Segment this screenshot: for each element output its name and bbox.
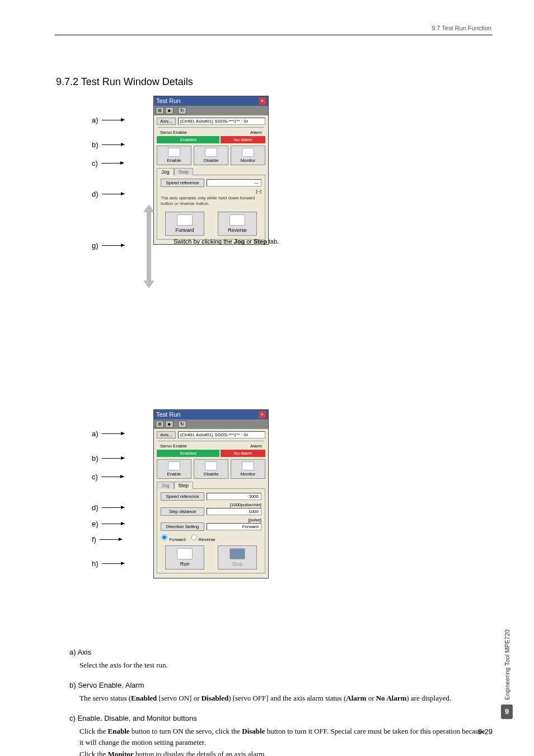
callout-g: g) <box>92 241 124 250</box>
radio-reverse[interactable]: Reverse <box>190 534 216 542</box>
disable-button[interactable]: Disable <box>194 146 228 165</box>
window-toolbar-2: ⊞ ■ ↻ <box>154 419 268 429</box>
speed-ref-unit: [--] <box>161 189 261 194</box>
toolbar-btn-1b[interactable]: ⊞ <box>156 421 164 428</box>
toolbar-btn-3b[interactable]: ↻ <box>178 421 186 428</box>
page-number: 9-29 <box>478 727 493 736</box>
speed-ref-value[interactable]: --- <box>207 179 261 186</box>
callout-e: e) <box>92 520 124 528</box>
window-title-2: Test Run <box>156 411 180 418</box>
direction-setting-value: Forward <box>207 523 261 530</box>
figure-step: a) b) c) d) e) f) h) Test Run × ⊞ ■ ↻ Ax… <box>92 409 493 633</box>
callout-a: a) <box>92 116 124 124</box>
switch-caption: Switch by clicking the Jog or Step tab. <box>174 238 279 245</box>
servo-enable-label-2: Servo Enable <box>160 444 187 449</box>
side-running-title: Engineering Tool MPE720 <box>504 629 510 700</box>
enable-icon-2 <box>168 461 180 470</box>
figure-switch-arrow: Switch by clicking the Jog or Step tab. <box>123 204 291 311</box>
servo-status-2: Enabled <box>157 450 219 457</box>
descriptions: a) Axis Select the axis for the test run… <box>69 648 487 756</box>
header-rule <box>55 35 493 35</box>
monitor-icon <box>242 148 254 157</box>
callout-d: d) <box>92 190 124 198</box>
alarm-status-2: No Alarm <box>221 450 265 457</box>
enable-button[interactable]: Enable <box>157 146 191 165</box>
desc-a-text: Select the axis for the test run. <box>79 660 487 671</box>
enable-icon <box>168 148 180 157</box>
speed-ref-unit-2: [1000pulse/min] <box>161 502 261 507</box>
monitor-icon-2 <box>242 461 254 470</box>
step-distance-unit: [pulse] <box>161 517 261 522</box>
toolbar-btn-2[interactable]: ■ <box>165 107 174 114</box>
stop-button[interactable]: Stop <box>218 545 257 570</box>
monitor-button-2[interactable]: Monitor <box>231 459 265 479</box>
window-titlebar-2: Test Run × <box>154 410 268 419</box>
callout-c: c) <box>92 159 124 167</box>
running-header: 9.7 Test Run Function <box>432 25 491 31</box>
radio-forward[interactable]: Forward <box>161 534 186 542</box>
callout-a2: a) <box>92 430 124 438</box>
axis-button[interactable]: Axis... <box>157 118 176 125</box>
callout-b: b) <box>92 141 124 149</box>
speed-ref-button-2[interactable]: Speed reference <box>161 492 204 501</box>
tab-jog-2[interactable]: Jog <box>157 482 174 489</box>
callout-h: h) <box>92 559 124 568</box>
callout-c2: c) <box>92 473 124 481</box>
tab-jog[interactable]: Jog <box>157 168 174 175</box>
close-icon-2[interactable]: × <box>259 411 266 418</box>
run-icon <box>177 548 193 559</box>
step-distance-button[interactable]: Step distance <box>161 507 204 516</box>
desc-a-heading: a) Axis <box>69 648 487 656</box>
desc-c-heading: c) Enable, Disable, and Monitor buttons <box>69 714 487 722</box>
desc-b-text: The servo status (Enabled [servo ON] or … <box>79 693 487 704</box>
disable-button-2[interactable]: Disable <box>194 459 228 479</box>
double-arrow-icon <box>146 204 152 288</box>
toolbar-btn-1[interactable]: ⊞ <box>156 107 164 114</box>
alarm-label: Alarm <box>250 130 262 135</box>
window-toolbar: ⊞ ■ ↻ <box>154 106 268 115</box>
close-icon[interactable]: × <box>259 97 266 105</box>
stop-icon <box>229 548 245 559</box>
window-titlebar: Test Run × <box>154 96 268 106</box>
callout-b2: b) <box>92 454 124 463</box>
toolbar-btn-3[interactable]: ↻ <box>178 107 186 114</box>
disable-icon <box>205 148 217 157</box>
speed-ref-value-2[interactable]: 3000 <box>207 493 261 500</box>
testrun-window-step: Test Run × ⊞ ■ ↻ Axis... (Cir#01 Axis#01… <box>153 409 269 578</box>
desc-b-heading: b) Servo Enable, Alarm <box>69 681 487 689</box>
axis-field[interactable]: (Cir#01 Axis#01) SGDS-***1** : Sr <box>178 118 265 125</box>
direction-setting-button[interactable]: Direction Setting <box>161 522 204 531</box>
monitor-button[interactable]: Monitor <box>231 146 265 165</box>
tab-step-2[interactable]: Step <box>174 482 194 489</box>
servo-status: Enabled <box>157 136 219 143</box>
alarm-status: No Alarm <box>221 136 265 143</box>
servo-enable-label: Servo Enable <box>160 130 187 135</box>
chapter-badge: 9 <box>501 704 513 719</box>
window-title: Test Run <box>156 97 180 105</box>
tab-step[interactable]: Step <box>174 168 194 175</box>
toolbar-btn-2b[interactable]: ■ <box>165 421 174 428</box>
alarm-label-2: Alarm <box>250 444 262 449</box>
section-title: 9.7.2 Test Run Window Details <box>56 76 493 88</box>
callout-d2: d) <box>92 503 124 512</box>
desc-c-text: Click the Enable button to turn ON the s… <box>79 726 487 756</box>
axis-field-2[interactable]: (Cir#01 Axis#01) SGDS-***1** : Sr <box>178 431 265 438</box>
axis-button-2[interactable]: Axis... <box>157 431 176 438</box>
enable-button-2[interactable]: Enable <box>157 459 191 479</box>
run-button[interactable]: Run <box>165 545 204 570</box>
step-distance-value[interactable]: 1000 <box>207 508 261 515</box>
disable-icon-2 <box>205 461 217 470</box>
callout-f: f) <box>92 535 122 544</box>
speed-ref-button[interactable]: Speed reference <box>161 179 204 187</box>
